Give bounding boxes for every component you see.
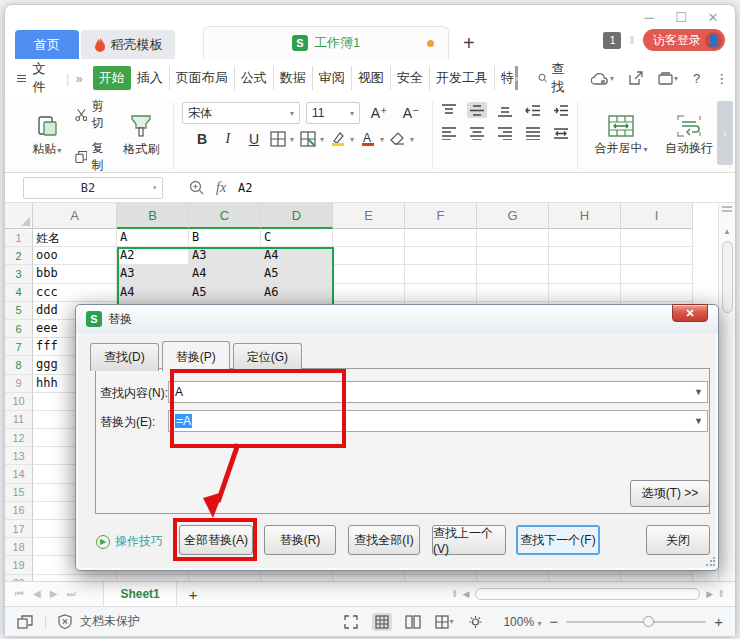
row-header-13[interactable]: 13 <box>5 447 33 465</box>
column-header-B[interactable]: B <box>117 203 189 229</box>
row-header-5[interactable]: 5 <box>5 302 33 320</box>
cell-I1[interactable] <box>621 229 693 247</box>
zoom-in-button[interactable]: + <box>714 613 723 630</box>
cell-A20[interactable] <box>33 575 117 581</box>
horizontal-scrollbar[interactable] <box>475 588 700 600</box>
menu-tab-security[interactable]: 安全 <box>391 66 430 90</box>
paste-button[interactable]: 粘贴▾ <box>23 114 71 158</box>
column-header-D[interactable]: D <box>261 203 333 229</box>
menu-tab-insert[interactable]: 插入 <box>131 66 170 90</box>
row-header-4[interactable]: 4 <box>5 284 33 302</box>
clear-button[interactable]: ▾ <box>390 132 414 146</box>
replace-with-input[interactable]: =A ▼ <box>168 410 708 432</box>
cell-B20[interactable] <box>117 575 189 581</box>
dialog-close-action-button[interactable]: 关闭 <box>646 525 710 555</box>
row-header-8[interactable]: 8 <box>5 356 33 374</box>
column-header-A[interactable]: A <box>33 203 117 229</box>
cell-A2[interactable]: ooo <box>33 247 117 265</box>
menu-tab-view[interactable]: 视图 <box>352 66 391 90</box>
align-top-button[interactable] <box>439 102 459 118</box>
cell-style-button[interactable]: ▾ <box>300 131 324 147</box>
window-layout-button[interactable]: ▾ <box>658 72 678 85</box>
split-handle[interactable]: ‖ <box>719 589 723 599</box>
row-header-20[interactable]: 20 <box>5 575 33 581</box>
cell-H1[interactable] <box>549 229 621 247</box>
cell-G1[interactable] <box>477 229 549 247</box>
column-header-H[interactable]: H <box>549 203 621 229</box>
cell-F1[interactable] <box>405 229 477 247</box>
dialog-tab-goto[interactable]: 定位(G) <box>233 343 302 371</box>
cell-H20[interactable] <box>549 575 621 581</box>
cell-G20[interactable] <box>477 575 549 581</box>
cell-B1[interactable]: A <box>117 229 189 247</box>
cell-E20[interactable] <box>333 575 405 581</box>
share-button[interactable] <box>629 71 643 85</box>
first-sheet-button[interactable]: ⏮ <box>15 588 24 600</box>
switch-windows-icon[interactable] <box>17 615 33 629</box>
new-tab-button[interactable]: + <box>463 32 475 59</box>
cell-E3[interactable] <box>333 265 405 283</box>
decrease-indent-button[interactable] <box>523 102 543 118</box>
next-sheet-button[interactable]: ▶ <box>50 588 58 600</box>
help-button[interactable]: ? <box>693 71 700 86</box>
dialog-title-bar[interactable]: S 替换 <box>76 305 718 333</box>
copy-button[interactable]: 复制 <box>75 140 114 174</box>
scroll-up-arrow-icon[interactable]: ▲ <box>723 227 731 236</box>
row-header-17[interactable]: 17 <box>5 520 33 538</box>
zoom-out-button[interactable]: − <box>549 613 558 630</box>
row-header-15[interactable]: 15 <box>5 484 33 502</box>
scroll-right-arrow-icon[interactable]: ▶ <box>706 589 713 599</box>
tab-docer-templates[interactable]: 稻壳模板 <box>81 30 175 59</box>
menu-tab-home[interactable]: 开始 <box>93 66 131 90</box>
cell-I20[interactable] <box>621 575 693 581</box>
grow-font-button[interactable]: A⁺ <box>366 105 392 121</box>
split-handle[interactable] <box>722 206 732 212</box>
column-header-C[interactable]: C <box>189 203 261 229</box>
align-left-button[interactable] <box>439 125 459 141</box>
vertical-scrollbar[interactable]: ▲ <box>718 203 735 581</box>
row-header-16[interactable]: 16 <box>5 502 33 520</box>
menu-tab-formulas[interactable]: 公式 <box>235 66 274 90</box>
font-color-button[interactable]: A▾ <box>360 131 384 147</box>
more-menu-button[interactable]: ⋮ <box>715 71 728 86</box>
cell-F2[interactable] <box>405 247 477 265</box>
cell-C20[interactable] <box>189 575 261 581</box>
cell-C4[interactable]: A5 <box>189 284 261 302</box>
row-header-6[interactable]: 6 <box>5 320 33 338</box>
zoom-slider-knob[interactable] <box>643 616 654 627</box>
cell-G4[interactable] <box>477 284 549 302</box>
select-all-corner[interactable] <box>5 203 33 229</box>
cell-I3[interactable] <box>621 265 693 283</box>
minimize-button[interactable]: ─ <box>635 7 663 27</box>
row-header-9[interactable]: 9 <box>5 375 33 393</box>
cell-I4[interactable] <box>621 284 693 302</box>
zoom-level-select[interactable]: 100% ▾ <box>503 615 541 629</box>
cell-E1[interactable] <box>333 229 405 247</box>
formula-input[interactable]: A2 <box>238 177 721 199</box>
cell-C1[interactable]: B <box>189 229 261 247</box>
cell-A1[interactable]: 姓名 <box>33 229 117 247</box>
zoom-slider[interactable] <box>566 621 706 623</box>
cell-E4[interactable] <box>333 284 405 302</box>
distribute-button[interactable] <box>551 125 571 141</box>
cell-D1[interactable]: C <box>261 229 333 247</box>
replace-all-button[interactable]: 全部替换(A) <box>179 525 253 555</box>
menu-tab-page-layout[interactable]: 页面布局 <box>170 66 235 90</box>
tab-workbook1[interactable]: S 工作簿1 <box>203 26 449 59</box>
page-break-view-button[interactable] <box>403 613 423 631</box>
cell-E2[interactable] <box>333 247 405 265</box>
cell-I2[interactable] <box>621 247 693 265</box>
align-right-button[interactable] <box>495 125 515 141</box>
maximize-button[interactable]: ☐ <box>667 7 695 27</box>
name-box[interactable]: B2 ▾ <box>23 177 163 199</box>
cell-H3[interactable] <box>549 265 621 283</box>
row-header-7[interactable]: 7 <box>5 338 33 356</box>
cell-B3[interactable]: A3 <box>117 265 189 283</box>
sheet-tab-sheet1[interactable]: Sheet1 <box>103 582 176 606</box>
eye-protection-button[interactable] <box>465 613 485 631</box>
format-painter-button[interactable]: 格式刷 <box>117 114 165 158</box>
row-header-1[interactable]: 1 <box>5 229 33 247</box>
cell-G3[interactable] <box>477 265 549 283</box>
quick-access-overflow[interactable]: » <box>75 71 82 86</box>
font-size-select[interactable]: 11▾ <box>306 102 360 124</box>
